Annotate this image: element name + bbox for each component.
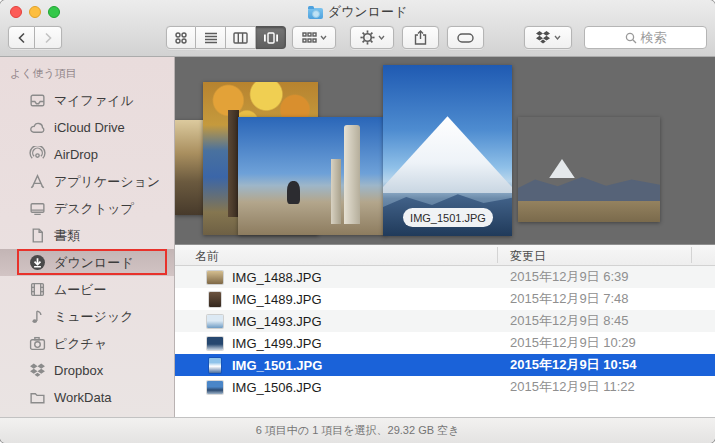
dropbox-icon — [535, 30, 551, 45]
sidebar-item-label: 書類 — [54, 227, 80, 245]
file-name: IMG_1493.JPG — [232, 314, 322, 329]
sidebar-item-downloads[interactable]: ダウンロード — [0, 249, 174, 276]
column-header-name[interactable]: 名前 — [195, 248, 219, 265]
back-button[interactable] — [8, 26, 35, 49]
arrange-icon — [302, 32, 317, 43]
coverflow-photo-img-1488[interactable] — [175, 120, 205, 215]
sidebar-item-myfiles[interactable]: マイファイル — [0, 87, 174, 114]
dropbox-icon — [29, 362, 46, 379]
photo-detail — [287, 181, 300, 205]
share-icon — [414, 30, 427, 45]
table-row[interactable]: IMG_1506.JPG 2015年12月9日 11:22 — [175, 376, 715, 398]
dropbox-toolbar-button[interactable] — [524, 26, 572, 49]
table-row[interactable]: IMG_1499.JPG 2015年12月9日 10:29 — [175, 332, 715, 354]
window-chrome: ダウンロード — [0, 0, 715, 57]
sidebar-item-label: Dropbox — [54, 363, 103, 378]
status-text: 6 項目中の 1 項目を選択、29.32 GB 空き — [256, 423, 460, 438]
window-title: ダウンロード — [328, 3, 408, 21]
music-icon — [29, 308, 46, 325]
sidebar-item-dropbox[interactable]: Dropbox — [0, 357, 174, 384]
sidebar-item-label: デスクトップ — [54, 200, 134, 218]
icon-view-button[interactable] — [166, 26, 196, 49]
applications-icon — [29, 173, 46, 190]
file-thumbnail — [207, 271, 223, 284]
sidebar-item-label: iCloud Drive — [54, 120, 125, 135]
sidebar-item-applications[interactable]: アプリケーション — [0, 168, 174, 195]
arrange-button[interactable] — [292, 26, 336, 49]
chevron-right-icon — [43, 32, 53, 44]
icloud-icon — [29, 119, 46, 136]
table-row[interactable]: IMG_1489.JPG 2015年12月9日 7:48 — [175, 288, 715, 310]
sidebar-item-airdrop[interactable]: AirDrop — [0, 141, 174, 168]
chevron-down-icon — [320, 35, 327, 40]
table-row[interactable]: IMG_1493.JPG 2015年12月9日 8:45 — [175, 310, 715, 332]
navigation-buttons — [8, 26, 62, 49]
title-area: ダウンロード — [0, 3, 715, 21]
sidebar-item-label: ダウンロード — [54, 254, 134, 272]
titlebar[interactable]: ダウンロード — [0, 0, 715, 22]
chevron-down-icon — [378, 35, 385, 40]
column-view-button[interactable] — [226, 26, 256, 49]
column-divider[interactable] — [497, 247, 498, 263]
sidebar-item-label: WorkData — [54, 390, 112, 405]
sidebar-item-label: AirDrop — [54, 147, 98, 162]
photo-detail — [383, 116, 512, 193]
downloads-folder-proxy-icon[interactable] — [308, 8, 323, 19]
table-row-selected[interactable]: IMG_1501.JPG 2015年12月9日 10:54 — [175, 354, 715, 376]
coverflow-photo-img-1506[interactable] — [518, 117, 660, 222]
coverflow-view-icon — [263, 32, 279, 44]
coverflow-view-button[interactable] — [256, 26, 286, 49]
file-date: 2015年12月9日 11:22 — [510, 378, 635, 396]
search-input[interactable]: 検索 — [584, 26, 707, 49]
pictures-icon — [29, 335, 46, 352]
file-date: 2015年12月9日 10:54 — [510, 356, 636, 374]
chevron-left-icon — [17, 32, 27, 44]
main-pane: IMG_1501.JPG 名前 変更日 IMG_1488.JPG 2015年12… — [175, 57, 715, 417]
share-button[interactable] — [402, 26, 439, 49]
coverflow-filename-label: IMG_1501.JPG — [403, 208, 493, 227]
folder-icon — [29, 389, 46, 406]
column-divider[interactable] — [691, 247, 692, 263]
coverflow-photo-img-1499[interactable] — [238, 117, 385, 235]
sidebar-section-header: よく使う項目 — [0, 64, 174, 87]
photo-detail — [344, 125, 360, 224]
sidebar-item-music[interactable]: ミュージック — [0, 303, 174, 330]
file-date: 2015年12月9日 6:39 — [510, 268, 629, 286]
sidebar-item-workdata[interactable]: WorkData — [0, 384, 174, 411]
downloads-icon — [29, 254, 46, 271]
search-icon — [625, 32, 637, 44]
list-view-icon — [204, 32, 218, 44]
file-date: 2015年12月9日 7:48 — [510, 290, 629, 308]
file-thumbnail — [207, 337, 223, 350]
file-thumbnail — [207, 381, 223, 394]
file-name: IMG_1489.JPG — [232, 292, 322, 307]
sidebar-item-desktop[interactable]: デスクトップ — [0, 195, 174, 222]
airdrop-icon — [29, 146, 46, 163]
view-mode-control — [166, 26, 286, 49]
photo-detail — [331, 159, 341, 224]
sidebar-item-label: ムービー — [54, 281, 107, 299]
toolbar: 検索 — [0, 22, 715, 57]
file-name: IMG_1506.JPG — [232, 380, 322, 395]
icon-view-icon — [174, 31, 188, 45]
tag-button[interactable] — [447, 26, 484, 49]
action-button[interactable] — [350, 26, 394, 49]
forward-button[interactable] — [35, 26, 62, 49]
file-name: IMG_1499.JPG — [232, 336, 322, 351]
search-placeholder: 検索 — [641, 29, 667, 47]
window-content: よく使う項目 マイファイル iCloud Drive — [0, 57, 715, 417]
tag-icon — [457, 33, 474, 43]
file-date: 2015年12月9日 8:45 — [510, 312, 629, 330]
sidebar-item-documents[interactable]: 書類 — [0, 222, 174, 249]
sidebar-item-icloud-drive[interactable]: iCloud Drive — [0, 114, 174, 141]
sidebar-item-label: マイファイル — [54, 92, 134, 110]
file-name: IMG_1488.JPG — [232, 270, 322, 285]
sidebar-item-pictures[interactable]: ピクチャ — [0, 330, 174, 357]
sidebar-item-movies[interactable]: ムービー — [0, 276, 174, 303]
sidebar: よく使う項目 マイファイル iCloud Drive — [0, 57, 175, 417]
table-row[interactable]: IMG_1488.JPG 2015年12月9日 6:39 — [175, 266, 715, 288]
myfiles-icon — [29, 92, 46, 109]
column-view-icon — [233, 32, 248, 44]
list-view-button[interactable] — [196, 26, 226, 49]
column-header-date-modified[interactable]: 変更日 — [510, 248, 546, 265]
